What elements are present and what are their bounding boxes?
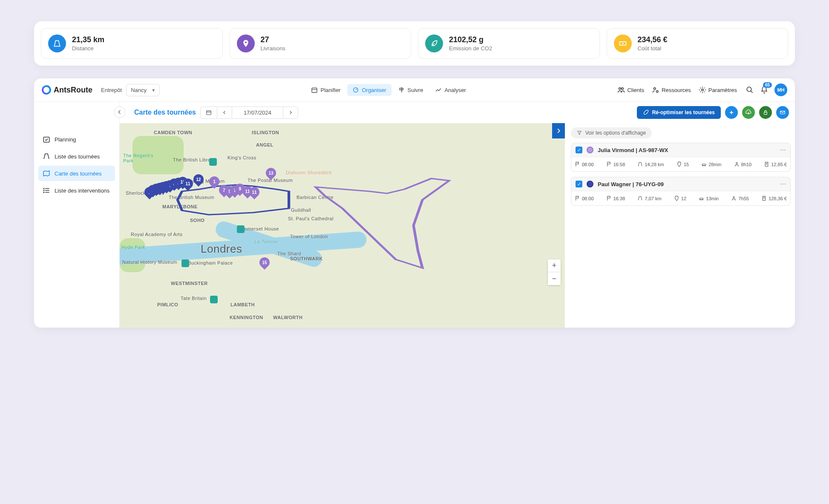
sidebar-item-liste-tournees[interactable]: Liste des tournées <box>38 149 115 164</box>
filter-icon <box>577 130 582 135</box>
rocket-icon <box>643 109 649 115</box>
zoom-in-button[interactable]: + <box>548 259 561 272</box>
link-ressources[interactable]: Ressources <box>652 86 691 94</box>
logo-text: AntsRoute <box>54 86 92 95</box>
route-checkbox[interactable]: ✓ <box>576 181 582 187</box>
tab-organiser[interactable]: Organiser <box>347 84 391 96</box>
map-icon <box>43 170 50 177</box>
car-icon <box>701 161 707 167</box>
map-pin[interactable]: 12 <box>193 174 204 187</box>
logo[interactable]: AntsRoute <box>42 85 92 95</box>
route-card: ✓ Julia Virmond | AS-987-WX ⋯ 08:00 16:5… <box>571 143 791 172</box>
calendar-open-button[interactable] <box>201 107 217 118</box>
top-links: Clients Ressources Paramètres <box>617 86 737 94</box>
entrepot-select[interactable]: Nancy <box>126 84 160 96</box>
svg-rect-25 <box>764 112 767 114</box>
stat-end: 16:58 <box>606 161 625 167</box>
toolbar: Carte des tournées 17/07/2024 <box>120 102 795 123</box>
avatar[interactable]: MH <box>774 84 787 96</box>
svg-point-0 <box>245 41 246 43</box>
stat-avg: 13min <box>699 196 719 201</box>
chevron-right-icon <box>288 110 293 115</box>
search-button[interactable] <box>746 86 754 94</box>
map-pin[interactable]: 11 <box>183 179 193 191</box>
map-pin[interactable]: 11 <box>249 187 259 200</box>
notifications-button[interactable]: 65 <box>760 86 769 94</box>
reoptimize-button[interactable]: Ré-optimiser les tournées <box>637 106 721 119</box>
page-title: Carte des tournées <box>134 109 196 116</box>
pin-icon <box>676 161 682 167</box>
route-more-button[interactable]: ⋯ <box>780 147 786 153</box>
svg-point-19 <box>43 190 44 191</box>
date-next-button[interactable] <box>283 107 298 118</box>
tab-analyser[interactable]: Analyser <box>430 84 471 96</box>
display-options-button[interactable]: Voir les options d'affichage <box>571 127 652 138</box>
sidebar-item-interventions[interactable]: Liste des interventions <box>38 183 115 198</box>
download-button[interactable] <box>742 106 755 119</box>
link-clients[interactable]: Clients <box>617 86 644 94</box>
stat-duration: 8h10 <box>734 161 751 167</box>
card-distance: 21,35 km Distance <box>41 28 223 59</box>
list-icon <box>43 187 50 194</box>
mail-icon <box>780 109 786 115</box>
svg-point-18 <box>43 188 44 189</box>
tab-suivre[interactable]: Suivre <box>393 84 429 96</box>
route-card: ✓ Paul Wagner | 76-UYG-09 ⋯ 08:00 16:38 … <box>571 177 791 206</box>
person-icon <box>731 196 737 201</box>
route-more-button[interactable]: ⋯ <box>780 181 786 187</box>
header-right: 65 MH <box>746 84 787 96</box>
svg-point-31 <box>736 162 737 164</box>
route-color-swatch <box>587 181 593 187</box>
map-pin[interactable]: 15 <box>259 257 270 270</box>
svg-marker-27 <box>578 131 581 135</box>
entrepot-group: Entrepôt Nancy <box>101 84 160 96</box>
calendar-icon <box>311 86 318 93</box>
stat-cost: 128,36 € <box>761 196 787 201</box>
add-button[interactable] <box>725 106 738 119</box>
road-icon <box>637 196 643 201</box>
stat-distance: 14,28 km <box>637 161 664 167</box>
panel-collapse-button[interactable] <box>552 123 565 138</box>
stat-distance: 7,07 km <box>637 196 661 201</box>
svg-rect-21 <box>207 111 211 115</box>
search-icon <box>746 86 754 94</box>
stat-duration: 7h55 <box>731 196 748 201</box>
sidebar-item-planning[interactable]: Planning <box>38 132 115 147</box>
date-value[interactable]: 17/07/2024 <box>232 107 283 118</box>
users-icon <box>617 86 625 94</box>
zoom-out-button[interactable]: − <box>548 272 561 285</box>
map[interactable]: CAMDEN TOWN ISLINGTON ANGEL MARYLEBONE S… <box>120 123 565 328</box>
link-parametres[interactable]: Paramètres <box>699 86 737 94</box>
card-deliveries: 27 Livraisons <box>230 28 412 59</box>
signpost-icon <box>398 86 405 93</box>
map-pin[interactable]: 1 <box>209 176 219 189</box>
card-deliveries-value: 27 <box>261 35 286 44</box>
checkered-flag-icon <box>606 161 612 167</box>
notification-badge: 65 <box>763 82 772 88</box>
sidebar-item-carte-tournees[interactable]: Carte des tournées <box>38 166 115 181</box>
receipt-icon <box>764 161 769 167</box>
tab-planifier[interactable]: Planifier <box>306 84 345 96</box>
route-checkbox[interactable]: ✓ <box>576 147 582 153</box>
stat-cost: 12,85 € <box>764 161 787 167</box>
chart-icon <box>435 86 442 93</box>
stat-stops: 15 <box>676 161 689 167</box>
card-distance-value: 21,35 km <box>72 35 104 44</box>
logo-icon <box>40 84 53 96</box>
header: AntsRoute Entrepôt Nancy Planifier Organ… <box>34 78 795 102</box>
mail-button[interactable] <box>776 106 789 119</box>
stat-start: 08:00 <box>575 161 594 167</box>
main-tabs: Planifier Organiser Suivre Analyser <box>306 84 471 96</box>
back-button[interactable] <box>114 106 126 118</box>
card-distance-label: Distance <box>72 45 104 52</box>
gear-icon <box>699 86 706 94</box>
map-pin[interactable]: 13 <box>266 168 276 181</box>
svg-point-9 <box>656 91 659 93</box>
plus-icon <box>728 109 734 115</box>
sidebar: Planning Liste des tournées Carte des to… <box>34 102 119 328</box>
lock-button[interactable] <box>759 106 772 119</box>
stat-end: 16:38 <box>606 196 625 201</box>
card-deliveries-label: Livraisons <box>261 45 286 52</box>
date-prev-button[interactable] <box>217 107 232 118</box>
cloud-download-icon <box>746 109 751 115</box>
